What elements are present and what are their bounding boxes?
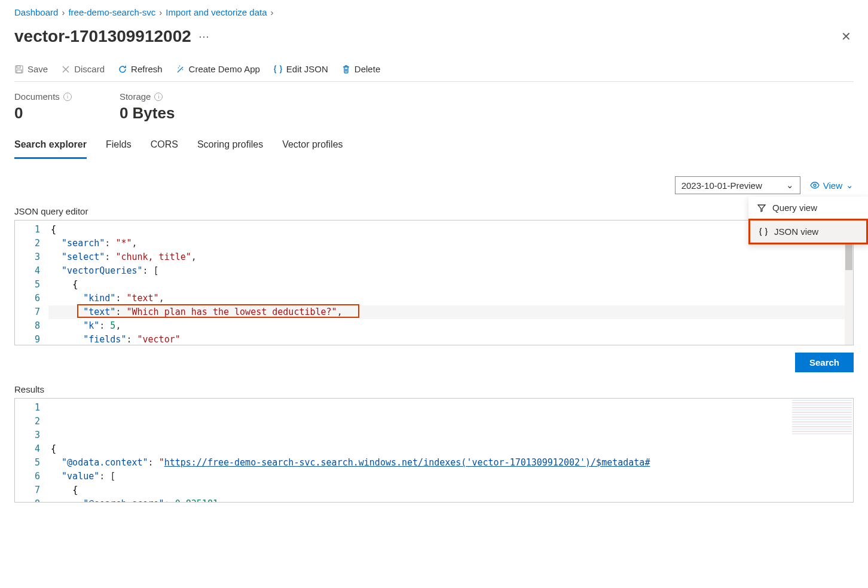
toolbar: Save Discard Refresh Create Demo App Edi… <box>14 60 854 82</box>
results-editor[interactable]: 12345678 { "@odata.context": "https://fr… <box>14 398 854 503</box>
line-gutter: 123456789 <box>15 220 48 345</box>
json-view-option[interactable]: JSON view <box>750 220 866 243</box>
braces-icon <box>273 65 283 74</box>
view-button[interactable]: View ⌄ <box>810 180 854 191</box>
filter-icon <box>757 203 766 213</box>
breadcrumb-dashboard[interactable]: Dashboard <box>14 7 58 17</box>
minimap[interactable] <box>792 400 852 436</box>
wand-icon <box>176 65 185 74</box>
chevron-right-icon: › <box>62 7 65 17</box>
chevron-down-icon: ⌄ <box>846 180 854 191</box>
close-button[interactable]: ✕ <box>839 27 854 46</box>
editor-label: JSON query editor <box>14 206 854 216</box>
svg-rect-1 <box>17 66 20 68</box>
eye-icon <box>810 180 820 190</box>
controls-row: 2023-10-01-Preview ⌄ View ⌄ Query view J… <box>14 160 854 201</box>
view-dropdown: Query view JSON view <box>748 197 868 244</box>
code-body[interactable]: { "@odata.context": "https://free-demo-s… <box>48 399 853 502</box>
create-demo-label: Create Demo App <box>189 64 260 74</box>
chevron-right-icon: › <box>271 7 274 17</box>
storage-stat: Storage i 0 Bytes <box>120 91 175 122</box>
tab-search-explorer[interactable]: Search explorer <box>14 134 87 159</box>
breadcrumb-service[interactable]: free-demo-search-svc <box>68 7 155 17</box>
edit-json-label: Edit JSON <box>286 64 328 74</box>
info-icon[interactable]: i <box>63 93 72 101</box>
save-icon <box>14 65 24 74</box>
json-query-editor[interactable]: 123456789 { "search": "*", "select": "ch… <box>14 220 854 345</box>
save-button[interactable]: Save <box>14 64 48 74</box>
delete-label: Delete <box>354 64 380 74</box>
stats-row: Documents i 0 Storage i 0 Bytes <box>14 82 854 134</box>
tabs: Search explorer Fields CORS Scoring prof… <box>14 134 854 160</box>
edit-json-button[interactable]: Edit JSON <box>273 64 328 74</box>
api-version-value: 2023-10-01-Preview <box>681 180 762 191</box>
tab-scoring-profiles[interactable]: Scoring profiles <box>197 134 263 159</box>
documents-value: 0 <box>14 104 72 122</box>
view-label: View <box>823 180 842 191</box>
info-icon[interactable]: i <box>154 93 163 101</box>
json-view-label: JSON view <box>774 226 818 237</box>
breadcrumb: Dashboard › free-demo-search-svc › Impor… <box>14 0 854 22</box>
tab-cors[interactable]: CORS <box>151 134 178 159</box>
svg-point-5 <box>814 184 816 186</box>
refresh-button[interactable]: Refresh <box>118 64 163 74</box>
svg-rect-2 <box>17 70 22 73</box>
discard-button[interactable]: Discard <box>61 64 105 74</box>
page-title: vector-1701309912002 <box>14 27 191 46</box>
discard-label: Discard <box>74 64 105 74</box>
line-gutter: 12345678 <box>15 399 48 502</box>
api-version-select[interactable]: 2023-10-01-Preview ⌄ <box>675 176 800 194</box>
search-button[interactable]: Search <box>795 353 854 372</box>
breadcrumb-import[interactable]: Import and vectorize data <box>166 7 267 17</box>
save-label: Save <box>27 64 48 74</box>
results-label: Results <box>14 384 854 394</box>
query-view-option[interactable]: Query view <box>748 197 868 219</box>
refresh-icon <box>118 65 127 74</box>
code-body[interactable]: { "search": "*", "select": "chunk, title… <box>48 220 853 345</box>
discard-icon <box>61 65 71 74</box>
more-actions-button[interactable]: ⋯ <box>198 30 209 43</box>
chevron-down-icon: ⌄ <box>786 180 794 191</box>
query-view-label: Query view <box>772 203 817 213</box>
create-demo-button[interactable]: Create Demo App <box>176 64 260 74</box>
braces-icon <box>759 227 768 237</box>
delete-button[interactable]: Delete <box>341 64 380 74</box>
refresh-label: Refresh <box>131 64 163 74</box>
page-header: vector-1701309912002 ⋯ ✕ <box>14 22 854 60</box>
documents-stat: Documents i 0 <box>14 91 72 122</box>
storage-label: Storage <box>120 91 151 102</box>
documents-label: Documents <box>14 91 60 102</box>
trash-icon <box>341 65 351 74</box>
tab-vector-profiles[interactable]: Vector profiles <box>282 134 343 159</box>
tab-fields[interactable]: Fields <box>106 134 132 159</box>
storage-value: 0 Bytes <box>120 104 175 122</box>
chevron-right-icon: › <box>159 7 162 17</box>
